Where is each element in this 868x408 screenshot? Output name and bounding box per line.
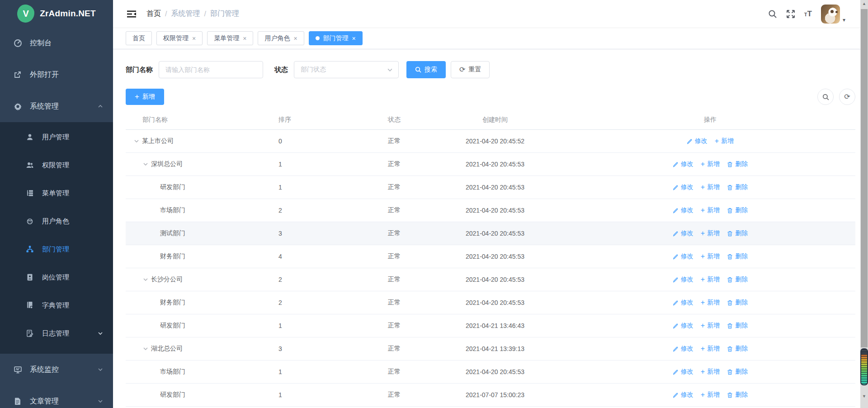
chevron-down-icon [387,67,393,73]
edit-link[interactable]: 修改 [673,368,693,376]
delete-link[interactable]: 删除 [727,206,748,214]
sidebar-item-menu-management[interactable]: 菜单管理 [0,179,113,207]
avatar[interactable] [821,5,840,24]
plus-icon: + [715,138,719,145]
sidebar-item-log-management[interactable]: 日志管理 [0,319,113,347]
add-link[interactable]: +新增 [701,322,720,330]
table-row: 研发部门 1 正常 2021-04-20 20:45:53 修改 +新增 删除 [126,176,855,199]
edit-link[interactable]: 修改 [673,275,693,284]
expand-arrow-icon[interactable] [143,346,148,351]
status-select-placeholder: 部门状态 [301,66,326,74]
app-title: ZrAdmin.NET [40,9,96,19]
font-size-icon[interactable]: TT [804,10,812,18]
edit-link[interactable]: 修改 [673,345,693,353]
tab-permission-management[interactable]: 权限管理 × [156,31,203,45]
edit-link[interactable]: 修改 [673,206,693,214]
delete-link[interactable]: 删除 [727,229,748,237]
sidebar-item-post-management[interactable]: 岗位管理 [0,263,113,291]
add-link[interactable]: +新增 [701,368,720,376]
edit-link[interactable]: 修改 [687,137,708,145]
add-link[interactable]: +新增 [701,345,720,353]
trash-icon [727,185,733,190]
app-logo[interactable]: V ZrAdmin.NET [0,0,113,27]
edit-link[interactable]: 修改 [673,299,693,307]
add-link[interactable]: +新增 [701,299,720,307]
add-button[interactable]: + 新增 [126,89,164,105]
edit-link[interactable]: 修改 [673,322,693,330]
tab-label: 用户角色 [264,34,290,43]
tab-home[interactable]: 首页 [126,31,152,45]
plus-icon: + [701,184,705,191]
order-cell: 1 [270,391,380,399]
add-link[interactable]: +新增 [701,229,720,237]
add-link[interactable]: +新增 [715,137,734,145]
expand-arrow-icon[interactable] [143,277,148,282]
sidebar: V ZrAdmin.NET 控制台 外部打开 系统管理 [0,0,113,408]
delete-link[interactable]: 删除 [727,391,748,399]
vertical-scrollbar[interactable]: ▲ ▼ [860,0,868,408]
add-link[interactable]: +新增 [701,391,720,399]
sidebar-item-department-management[interactable]: 部门管理 [0,235,113,263]
close-icon[interactable]: × [293,35,297,42]
edit-link[interactable]: 修改 [673,252,693,261]
delete-link[interactable]: 删除 [727,183,748,191]
breadcrumb-system[interactable]: 系统管理 [171,9,200,19]
toggle-search-button[interactable] [817,89,834,105]
close-icon[interactable]: × [192,35,196,42]
sidebar-item-system-management[interactable]: 系统管理 [0,90,113,122]
edit-link[interactable]: 修改 [673,183,693,191]
sidebar-item-dictionary-management[interactable]: 字典管理 [0,291,113,319]
expand-arrow-icon[interactable] [134,138,139,144]
add-link[interactable]: +新增 [701,183,720,191]
add-link[interactable]: +新增 [701,275,720,284]
sidebar-item-article-management[interactable]: 文章管理 [0,385,113,408]
edit-link[interactable]: 修改 [673,391,693,399]
fullscreen-icon[interactable] [786,9,795,19]
status-select[interactable]: 部门状态 [294,61,399,78]
sidebar-item-permission-management[interactable]: 权限管理 [0,151,113,179]
reset-button[interactable]: ⟳ 重置 [451,61,490,78]
sidebar-item-user-management[interactable]: 用户管理 [0,123,113,151]
collapse-sidebar-icon[interactable] [127,9,137,19]
search-icon[interactable] [768,9,777,19]
scroll-up-arrow-icon[interactable]: ▲ [860,0,868,7]
expand-arrow-icon[interactable] [143,161,148,167]
delete-link[interactable]: 删除 [727,252,748,261]
edit-link[interactable]: 修改 [673,229,693,237]
trash-icon [727,208,733,213]
delete-link[interactable]: 删除 [727,299,748,307]
delete-link[interactable]: 删除 [727,275,748,284]
trash-icon [727,231,733,237]
sidebar-item-user-role[interactable]: 用户角色 [0,207,113,235]
scroll-down-arrow-icon[interactable]: ▼ [860,393,868,400]
breadcrumb-home[interactable]: 首页 [146,9,161,19]
order-cell: 1 [270,161,380,168]
table-row: 深圳总公司 1 正常 2021-04-20 20:45:53 修改 +新增 删除 [126,153,855,176]
user-menu[interactable]: ▾ [821,5,845,24]
search-button[interactable]: 搜索 [406,61,446,78]
dept-name-input[interactable] [159,61,263,78]
delete-link[interactable]: 删除 [727,322,748,330]
delete-link[interactable]: 删除 [727,368,748,376]
status-cell: 正常 [380,160,425,168]
sidebar-item-external-open[interactable]: 外部打开 [0,59,113,90]
status-cell: 正常 [380,206,425,214]
sidebar-item-dashboard[interactable]: 控制台 [0,27,113,59]
add-link[interactable]: +新增 [701,252,720,261]
delete-link[interactable]: 删除 [727,160,748,168]
created-cell: 2021-04-21 13:46:43 [425,322,565,329]
sidebar-item-system-monitor[interactable]: 系统监控 [0,354,113,385]
refresh-table-button[interactable]: ⟳ [839,89,855,105]
sidebar-item-label: 文章管理 [30,397,59,406]
add-link[interactable]: +新增 [701,206,720,214]
tab-user-role[interactable]: 用户角色 × [258,31,304,45]
add-link[interactable]: +新增 [701,160,720,168]
close-icon[interactable]: × [352,35,356,42]
status-cell: 正常 [380,391,425,399]
edit-link[interactable]: 修改 [673,160,693,168]
tab-department-management[interactable]: 部门管理 × [309,31,363,45]
scrollbar-thumb[interactable] [861,9,868,347]
tab-menu-management[interactable]: 菜单管理 × [207,31,253,45]
close-icon[interactable]: × [243,35,246,42]
delete-link[interactable]: 删除 [727,345,748,353]
